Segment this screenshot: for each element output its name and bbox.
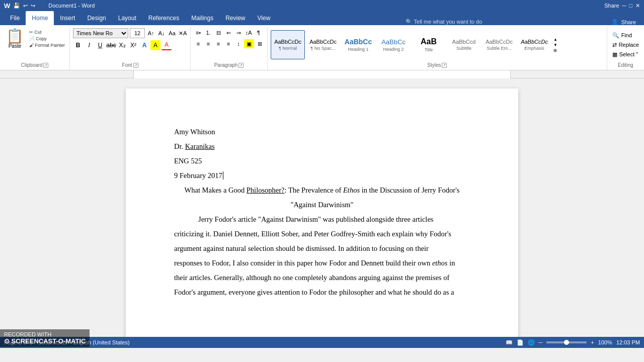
copy-button[interactable]: 📄 Copy: [28, 36, 66, 42]
align-right-button[interactable]: ≡: [214, 39, 223, 48]
style-subtitle[interactable]: AaBbCcd Subtitle: [447, 30, 481, 59]
subscript-button[interactable]: X₂: [117, 40, 127, 50]
strikethrough-button[interactable]: abc: [106, 40, 116, 50]
zoom-out-button[interactable]: ─: [539, 339, 543, 345]
para-3: argument against natural selection shoul…: [174, 241, 470, 256]
cut-icon: ✂: [29, 30, 35, 35]
font-color-button[interactable]: A: [162, 40, 172, 50]
italic-button[interactable]: I: [84, 40, 94, 50]
tab-home[interactable]: Home: [26, 11, 54, 25]
paragraph-group: ≡• 1. ⊟ ⇐ ⇒ ↕A ¶ ≡ ≡ ≡ ≡ ↕ ▣ ⊞ Paragraph…: [191, 27, 268, 70]
style-title[interactable]: AaB Title: [412, 30, 446, 59]
styles-more[interactable]: ⊞: [552, 48, 558, 53]
bold-button[interactable]: B: [73, 40, 83, 50]
course-line: ENG 525: [174, 154, 470, 168]
format-painter-button[interactable]: 🖌 Format Painter: [28, 42, 66, 48]
document-area[interactable]: | Amy Whitson Dr. Karanikas ENG 525 9 Fe…: [0, 78, 644, 337]
change-case-button[interactable]: Aa: [168, 29, 177, 38]
paste-button[interactable]: 📋 Paste: [3, 28, 27, 50]
view-read-icon[interactable]: 📖: [506, 339, 513, 346]
share-button[interactable]: Share: [604, 3, 619, 9]
tab-references[interactable]: References: [142, 11, 185, 25]
text-effects-button[interactable]: A: [139, 40, 149, 50]
zoom-in-button[interactable]: +: [591, 339, 594, 345]
sort-button[interactable]: ↕A: [244, 28, 253, 37]
close-button[interactable]: ✕: [635, 3, 640, 9]
clipboard-expand-icon[interactable]: ↗: [43, 63, 48, 68]
philosopher-underline: Philosopher?: [247, 186, 285, 194]
share-ribbon-button[interactable]: Share: [621, 19, 636, 25]
find-button[interactable]: 🔍 Find: [610, 31, 634, 40]
cut-button[interactable]: ✂ Cut: [28, 29, 66, 35]
zoom-slider[interactable]: [546, 341, 587, 343]
doc-title: Document1 - Word: [48, 3, 95, 9]
minimize-button[interactable]: ─: [622, 3, 626, 9]
status-right: 📖 📄 🌐 ─ + 100% 12:03 PM: [506, 339, 640, 346]
align-center-button[interactable]: ≡: [204, 39, 213, 48]
tab-file[interactable]: File: [4, 11, 26, 25]
format-painter-icon: 🖌: [29, 43, 35, 48]
view-web-icon[interactable]: 🌐: [528, 339, 535, 346]
font-family-select[interactable]: Times New Ro: [73, 28, 128, 38]
shading-button[interactable]: ▣: [244, 39, 254, 48]
font-expand-icon[interactable]: ↗: [133, 63, 138, 68]
justify-button[interactable]: ≡: [224, 39, 233, 48]
numbering-button[interactable]: 1.: [204, 28, 213, 37]
watermark-line2: ⊙ SCREENCAST-O-MATIC: [4, 337, 86, 345]
font-size-decrease-button[interactable]: A↓: [157, 29, 166, 38]
style-subtitle-preview: AaBbCcd: [452, 39, 475, 45]
font-size-increase-button[interactable]: A↑: [146, 29, 155, 38]
text-highlight-button[interactable]: A: [150, 40, 160, 50]
para-5: their articles. Generally, although no o…: [174, 270, 470, 285]
document-page: | Amy Whitson Dr. Karanikas ENG 525 9 Fe…: [126, 88, 518, 337]
clipboard-label: Clipboard ↗: [3, 61, 66, 69]
style-emphasis[interactable]: AaBbCcDc Emphasis: [517, 30, 551, 59]
tab-insert[interactable]: Insert: [54, 11, 81, 25]
select-button[interactable]: ▦ Select ": [610, 50, 640, 59]
title-bar-controls: Share ─ □ ✕: [604, 3, 640, 9]
title-bar-left: W 💾 ↩ ↪ Document1 - Word: [4, 2, 95, 10]
select-icon: ▦: [612, 51, 617, 58]
styles-scroll-down[interactable]: ▼: [552, 42, 558, 48]
undo-icon[interactable]: ↩: [23, 3, 28, 9]
line-spacing-button[interactable]: ↕: [234, 39, 243, 48]
show-formatting-button[interactable]: ¶: [254, 28, 263, 37]
replace-button[interactable]: ⇄ Replace: [610, 41, 641, 49]
style-subtle-emphasis[interactable]: AaBbCcDc Subtle Em...: [482, 30, 516, 59]
align-left-button[interactable]: ≡: [194, 39, 203, 48]
tab-layout[interactable]: Layout: [112, 11, 142, 25]
tab-review[interactable]: Review: [219, 11, 251, 25]
styles-expand-icon[interactable]: ↗: [442, 63, 447, 68]
tab-mailings[interactable]: Mailings: [185, 11, 219, 25]
font-group-label: Font ↗: [73, 61, 187, 69]
style-normal[interactable]: AaBbCcDc ¶ Normal: [271, 30, 305, 59]
style-heading2[interactable]: AaBbCc Heading 2: [376, 30, 411, 59]
find-icon: 🔍: [612, 32, 619, 39]
style-no-spacing[interactable]: AaBbCcDc ¶ No Spac...: [306, 30, 340, 59]
status-bar: Page 1 of 5 1062 words English (United S…: [0, 337, 644, 348]
multilevel-list-button[interactable]: ⊟: [214, 28, 223, 37]
para-2: criticizing it. Daniel Dennett, Elliott …: [174, 227, 470, 241]
redo-icon[interactable]: ↪: [31, 3, 35, 9]
tab-view[interactable]: View: [252, 11, 277, 25]
view-print-icon[interactable]: 📄: [517, 339, 524, 346]
para-1: Jerry Fodor's article "Against Darwinism…: [174, 212, 470, 227]
paragraph-expand-icon[interactable]: ↗: [238, 63, 244, 68]
clear-formatting-button[interactable]: ✕A: [178, 29, 187, 38]
increase-indent-button[interactable]: ⇒: [234, 28, 243, 37]
professor-line: Dr. Karanikas: [174, 139, 470, 154]
borders-button[interactable]: ⊞: [255, 39, 264, 48]
watermark-line1: RECORDED WITH: [4, 331, 86, 337]
quick-save-icon[interactable]: 💾: [13, 3, 20, 9]
superscript-button[interactable]: X²: [128, 40, 138, 50]
tell-me-input[interactable]: Tell me what you want to do: [414, 19, 482, 25]
bullets-button[interactable]: ≡•: [194, 28, 203, 37]
font-size-input[interactable]: [130, 28, 145, 38]
tab-design[interactable]: Design: [81, 11, 112, 25]
date-line: 9 February 2017: [174, 168, 470, 183]
underline-button[interactable]: U: [95, 40, 105, 50]
styles-scroll-up[interactable]: ▲: [552, 37, 558, 42]
style-heading1[interactable]: AaBbCc Heading 1: [341, 30, 375, 59]
maximize-button[interactable]: □: [629, 3, 632, 9]
decrease-indent-button[interactable]: ⇐: [224, 28, 233, 37]
